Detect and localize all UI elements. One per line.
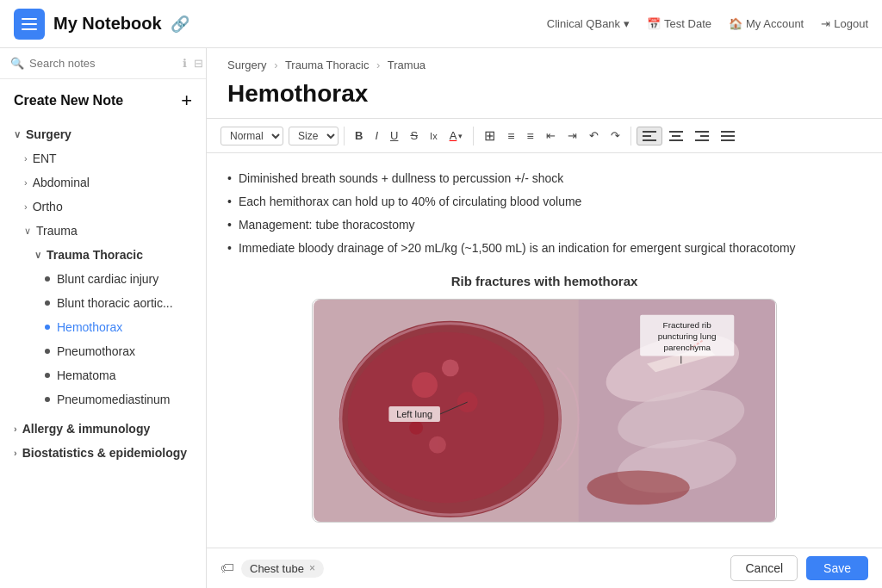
breadcrumb-tramua: Tramua	[388, 59, 425, 71]
sidebar-item-label: Hematoma	[57, 368, 115, 382]
clinical-qbank-link[interactable]: Clinical QBank ▾	[547, 17, 630, 30]
breadcrumb: Surgery › Trauma Thoracic › Tramua	[207, 48, 882, 77]
chevron-right-icon: ›	[24, 201, 28, 212]
editor-content: Diminished breath sounds + dullness to p…	[227, 167, 861, 525]
footer-actions: Cancel Save	[730, 555, 868, 581]
underline-button[interactable]: U	[385, 126, 403, 145]
link-icon: 🔗	[171, 15, 189, 34]
font-color-button[interactable]: A ▾	[444, 126, 469, 145]
test-date-link[interactable]: 📅 Test Date	[647, 17, 711, 30]
chevron-down-icon: ▾	[624, 17, 630, 30]
chevron-right-icon: ›	[24, 177, 28, 188]
bullet-item-2: Each hemithorax can hold up to 40% of ci…	[227, 190, 861, 214]
app-title: My Notebook	[53, 14, 162, 34]
create-note-label: Create New Note	[14, 93, 123, 108]
sidebar-item-label: Pneumothorax	[57, 344, 135, 358]
page-title: Hemothorax	[207, 77, 882, 118]
breadcrumb-sep-2: ›	[376, 59, 380, 71]
main-layout: 🔍 ℹ ⊟ Create New Note + ∨ Surgery › ENT …	[0, 48, 882, 588]
sidebar-item-trauma-thoracic[interactable]: ∨ Trauma Thoracic	[0, 243, 206, 267]
info-icon: ℹ	[183, 57, 187, 70]
strikethrough-button[interactable]: S	[405, 126, 423, 145]
svg-rect-5	[643, 139, 656, 141]
align-justify-button[interactable]	[716, 127, 740, 145]
image-section: Rib fractures with hemothorax	[227, 274, 861, 525]
svg-rect-14	[721, 139, 735, 141]
italic-button[interactable]: I	[370, 126, 383, 145]
align-right-button[interactable]	[690, 127, 714, 145]
svg-point-22	[429, 436, 446, 454]
bullet-icon	[45, 373, 50, 378]
sidebar-item-ortho[interactable]: › Ortho	[0, 195, 206, 219]
sidebar-item-surgery[interactable]: ∨ Surgery	[0, 122, 206, 146]
sidebar-item-hemothorax[interactable]: Hemothorax	[0, 315, 206, 339]
sidebar-item-pneumothorax[interactable]: Pneumothorax	[0, 339, 206, 363]
search-icon: 🔍	[10, 57, 24, 70]
sidebar-item-biostats[interactable]: › Biostatistics & epidemiology	[0, 441, 206, 465]
sidebar-item-hematoma[interactable]: Hematoma	[0, 363, 206, 387]
align-left-icon	[643, 131, 656, 141]
breadcrumb-trauma-thoracic: Trauma Thoracic	[285, 59, 370, 71]
svg-rect-11	[695, 139, 709, 141]
table-button[interactable]: ⊞	[479, 124, 500, 147]
chevron-down-icon: ∨	[14, 129, 21, 140]
chevron-down-icon: ∨	[34, 250, 41, 261]
bullet-icon	[45, 349, 50, 354]
redo-button[interactable]: ↷	[606, 126, 625, 145]
bold-button[interactable]: B	[350, 126, 368, 145]
sidebar-item-trauma[interactable]: ∨ Trauma	[0, 219, 206, 243]
sidebar-item-label: Ortho	[33, 200, 63, 214]
sidebar-item-label: Blunt cardiac injury	[57, 272, 158, 286]
sidebar-item-blunt-thoracic[interactable]: Blunt thoracic aortic...	[0, 291, 206, 315]
list-icon: ⊟	[194, 57, 203, 70]
sidebar-item-label: ENT	[33, 152, 57, 165]
bullet-icon	[45, 397, 50, 402]
ordered-list-button[interactable]: ≡	[502, 126, 519, 146]
anatomy-illustration: Left lung Fractured rib puncturing lung …	[312, 299, 777, 523]
sidebar-item-ent[interactable]: › ENT	[0, 146, 206, 170]
indent-left-button[interactable]: ⇤	[541, 126, 561, 145]
sidebar-item-label: Pneumomediastinum	[57, 393, 171, 406]
undo-button[interactable]: ↶	[584, 126, 604, 145]
unordered-list-button[interactable]: ≡	[521, 126, 538, 146]
svg-rect-6	[669, 131, 683, 133]
indent-right-button[interactable]: ⇥	[562, 126, 582, 145]
search-input[interactable]	[29, 57, 174, 70]
breadcrumb-surgery: Surgery	[227, 59, 267, 71]
tag-remove-button[interactable]: ×	[309, 562, 315, 574]
svg-rect-4	[643, 135, 651, 137]
logout-link[interactable]: ⇥ Logout	[821, 17, 868, 30]
sidebar-item-abdominal[interactable]: › Abdominal	[0, 170, 206, 195]
cancel-button[interactable]: Cancel	[730, 555, 798, 581]
editor-area[interactable]: Diminished breath sounds + dullness to p…	[207, 153, 882, 548]
svg-rect-7	[672, 135, 680, 137]
sidebar-item-blunt-cardiac[interactable]: Blunt cardiac injury	[0, 267, 206, 291]
create-note-bar[interactable]: Create New Note +	[0, 79, 206, 122]
sidebar-item-allergy[interactable]: › Allergy & immunology	[0, 417, 206, 441]
breadcrumb-sep-1: ›	[274, 59, 277, 71]
header-nav: Clinical QBank ▾ 📅 Test Date 🏠 My Accoun…	[547, 17, 868, 30]
menu-button[interactable]	[14, 9, 45, 40]
image-title: Rib fractures with hemothorax	[227, 274, 861, 288]
svg-rect-10	[700, 135, 709, 137]
chevron-right-icon: ›	[24, 153, 28, 164]
sidebar-item-pneumomediastinum[interactable]: Pneumomediastinum	[0, 387, 206, 412]
align-justify-icon	[721, 131, 735, 141]
svg-rect-2	[22, 28, 37, 30]
toolbar-divider-1	[344, 127, 345, 145]
style-select[interactable]: Normal	[220, 127, 283, 145]
align-center-button[interactable]	[664, 127, 688, 145]
create-note-plus[interactable]: +	[181, 90, 192, 112]
subscript-button[interactable]: Ix	[425, 127, 443, 145]
align-left-button[interactable]	[637, 127, 662, 145]
footer-bar: 🏷 Chest tube × Cancel Save	[207, 548, 882, 588]
my-account-link[interactable]: 🏠 My Account	[729, 17, 804, 30]
size-select[interactable]: Size	[289, 127, 339, 145]
bullet-item-3: Management: tube thoracostomy	[227, 214, 861, 237]
svg-text:parenchyma: parenchyma	[663, 343, 711, 352]
svg-text:Left lung: Left lung	[396, 409, 432, 419]
svg-rect-3	[643, 131, 656, 133]
save-button[interactable]: Save	[806, 556, 868, 580]
align-right-icon	[695, 131, 709, 141]
svg-rect-1	[22, 23, 37, 25]
